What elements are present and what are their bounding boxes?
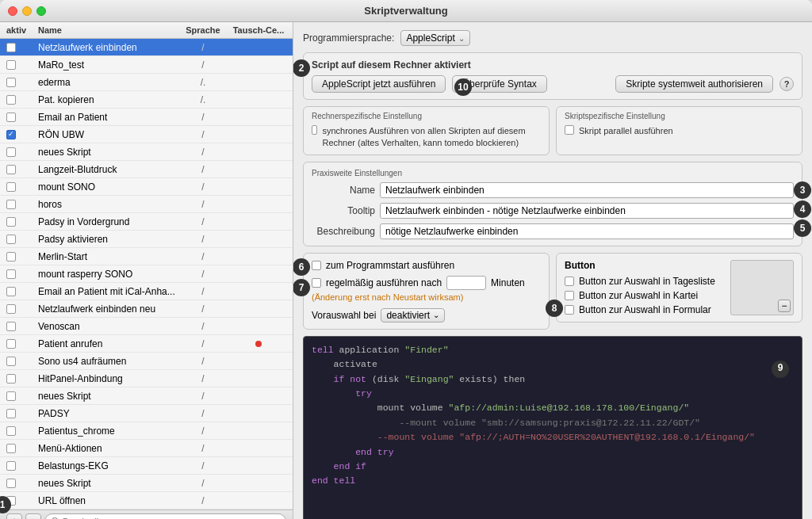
script-checkbox[interactable] (6, 426, 16, 436)
list-item[interactable]: Langzeit-Blutdruck/ (0, 161, 293, 178)
list-item[interactable]: horos/ (0, 196, 293, 213)
script-checkbox[interactable] (6, 165, 16, 174)
list-item[interactable]: Merlin-Start/ (0, 248, 293, 265)
script-checkbox[interactable] (6, 113, 16, 122)
script-checkbox[interactable] (6, 479, 16, 488)
list-item[interactable]: neues Skript/ (0, 475, 293, 492)
code-editor[interactable]: 9 tell application "Finder" activate if … (303, 336, 802, 519)
sync-checkbox[interactable] (312, 125, 317, 135)
script-checkbox[interactable] (6, 235, 16, 244)
badge-10: 10 (454, 78, 472, 96)
button-section-title: Button (565, 260, 722, 271)
script-name: Padsy in Vordergrund (38, 216, 175, 227)
formular-checkbox[interactable] (565, 305, 574, 315)
script-checkbox[interactable] (6, 339, 16, 349)
script-checkbox[interactable] (6, 130, 16, 139)
authorize-button[interactable]: Skripte systemweit authorisieren (615, 75, 773, 93)
script-checkbox[interactable] (6, 304, 16, 314)
script-checkbox[interactable] (6, 78, 16, 87)
list-item[interactable]: Patient anrufen/ (0, 335, 293, 353)
code-line-4: try (312, 387, 794, 401)
list-item[interactable]: HitPanel-Anbindung/ (0, 370, 293, 387)
list-item[interactable]: Netzlaufwerk einbinden/ (0, 39, 293, 56)
script-checkbox[interactable] (6, 217, 16, 227)
script-name: Patientus_chrome (38, 426, 175, 437)
programmiersprache-label: Programmiersprache: (303, 32, 394, 44)
list-item[interactable]: neues Skript/ (0, 387, 293, 405)
list-item[interactable]: URL öffnen/ (0, 492, 293, 509)
help-button[interactable]: ? (779, 77, 794, 91)
title-bar: Skriptverwaltung (0, 0, 812, 22)
list-item[interactable]: Menü-Aktionen/ (0, 440, 293, 457)
beschreibung-input[interactable] (380, 223, 794, 239)
tagesliste-checkbox[interactable] (565, 277, 574, 286)
script-checkbox[interactable] (6, 287, 16, 296)
name-input[interactable] (380, 182, 794, 198)
list-item[interactable]: Netzlaufwerk einbinden neu/ (0, 300, 293, 318)
script-sprache: / (175, 478, 231, 489)
script-checkbox[interactable] (6, 444, 16, 453)
programmstart-checkbox[interactable] (312, 261, 321, 270)
programmiersprache-row: Programmiersprache: AppleScript ⌄ (303, 30, 802, 46)
script-name: mount rasperry SONO (38, 269, 175, 280)
script-sprache: / (175, 216, 231, 227)
script-checkbox[interactable] (6, 252, 16, 261)
script-sprache: / (175, 286, 231, 297)
kartei-checkbox[interactable] (565, 291, 574, 300)
vorauswahl-select[interactable]: deaktiviert ⌄ (381, 308, 445, 322)
badge-2: 2 (293, 59, 310, 77)
list-item[interactable]: Sono us4 aufräumen/ (0, 353, 293, 370)
script-checkbox[interactable] (6, 409, 16, 418)
script-checkbox[interactable] (6, 147, 16, 157)
beschreibung-field-row: Beschreibung 5 (312, 223, 794, 239)
list-item[interactable]: Padsy in Vordergrund/ (0, 213, 293, 231)
search-input[interactable] (44, 513, 286, 519)
run-script-button[interactable]: AppleScript jetzt ausführen (312, 75, 446, 93)
script-checkbox[interactable] (6, 182, 16, 192)
script-checkbox[interactable] (6, 461, 16, 471)
script-checkbox[interactable] (6, 200, 16, 209)
script-sprache: / (175, 164, 231, 175)
script-checkbox[interactable] (6, 357, 16, 366)
list-item[interactable]: ederma/. (0, 74, 293, 91)
programmiersprache-select[interactable]: AppleScript ⌄ (400, 30, 469, 46)
list-item[interactable]: mount rasperry SONO/ (0, 265, 293, 283)
script-checkbox[interactable] (6, 374, 16, 384)
script-checkbox[interactable] (6, 43, 16, 52)
list-item[interactable]: Email an Patient mit iCal-Anha.../ (0, 283, 293, 300)
list-item[interactable]: Pat. kopieren/. (0, 91, 293, 109)
script-sprache: / (175, 59, 231, 71)
add-script-button[interactable]: + (6, 513, 22, 519)
close-button[interactable] (8, 6, 17, 16)
list-item[interactable]: PADSY/ (0, 405, 293, 422)
code-line-3: if not (disk "Eingang" exists) then (312, 372, 794, 387)
minuten-input[interactable] (446, 276, 486, 290)
tooltip-input[interactable] (380, 203, 794, 219)
parallel-checkbox[interactable] (565, 125, 574, 135)
remove-script-button[interactable]: − (25, 513, 41, 519)
script-checkbox[interactable] (6, 322, 16, 331)
script-checkbox[interactable] (6, 391, 16, 401)
button-checkboxes: Button Button zur Auswahl in Tagesliste … (565, 260, 722, 315)
regelmaessig-checkbox[interactable] (312, 278, 321, 288)
script-checkbox[interactable] (6, 60, 16, 70)
list-item[interactable]: Venoscan/ (0, 318, 293, 335)
list-item[interactable]: neues Skript/ (0, 143, 293, 161)
list-item[interactable]: Padsy aktivieren/ (0, 231, 293, 248)
maximize-button[interactable] (36, 6, 46, 16)
script-name: Sono us4 aufräumen (38, 356, 175, 367)
list-item[interactable]: Belastungs-EKG/ (0, 457, 293, 475)
list-item[interactable]: RÖN UBW/ (0, 126, 293, 143)
script-name: HitPanel-Anbindung (38, 373, 175, 384)
list-item[interactable]: Patientus_chrome/ (0, 422, 293, 440)
script-name: neues Skript (38, 391, 175, 402)
list-item[interactable]: MaRo_test/ (0, 56, 293, 74)
script-checkbox[interactable] (6, 95, 16, 105)
code-line-7: --mount volume "afp://;AUTH=NO%20USER%20… (312, 430, 794, 445)
list-item[interactable]: Email an Patient/ (0, 109, 293, 126)
script-list: Netzlaufwerk einbinden/MaRo_test/ederma/… (0, 39, 293, 509)
script-checkbox[interactable] (6, 269, 16, 279)
list-item[interactable]: mount SONO/ (0, 178, 293, 196)
remove-button-image[interactable]: − (778, 300, 791, 312)
minimize-button[interactable] (22, 6, 32, 16)
